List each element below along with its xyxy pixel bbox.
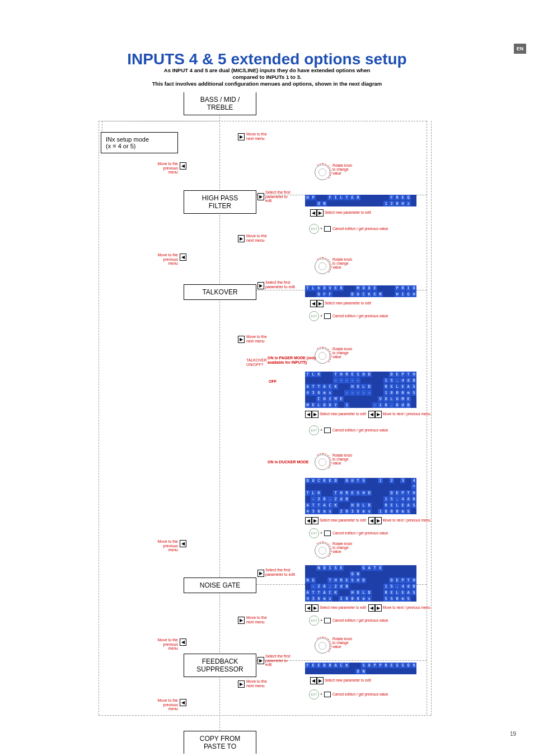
page-subtitle: As INPUT 4 and 5 are dual (MIC/LINE) inp… <box>90 67 444 87</box>
stop-icon <box>324 692 331 697</box>
lcd-pager: TLKTHRESHDDEPTH-----15.4dBATTACKHOLDRELE… <box>305 372 416 408</box>
label-move-next-4: Move to thenext menu <box>246 616 267 624</box>
cancel-ducker: EXIT + Cancel edition / get previous val… <box>309 528 388 538</box>
prev-icon: ◀ <box>180 699 186 706</box>
label-move-prev-4: Move to theprevious menu <box>157 638 178 651</box>
next-icon: ▶ <box>317 300 324 307</box>
stop-icon <box>324 530 331 536</box>
next-icon: ▶ <box>257 570 264 577</box>
node-feedback-suppressor: FEEDBACKSUPPRESSOR <box>184 654 256 677</box>
stop-icon <box>324 428 331 433</box>
next-icon: ▶ <box>312 604 318 612</box>
prev-icon: ◀ <box>305 517 312 524</box>
lcd-ducker: DUCKEDOUTS1234*TLKTHRESHDDEPTH-26.2dB15.… <box>305 478 416 514</box>
label-rotate-knob-hpf: Rotate knobto changevalue <box>332 163 352 175</box>
node-talkover: TALKOVER <box>184 284 256 300</box>
prev-icon: ◀ <box>310 677 317 684</box>
label-move-prev-3: Move to theprevious menu <box>157 539 178 552</box>
exit-icon: EXIT <box>309 528 319 538</box>
cancel-fbk: EXIT + Cancel edition / get previous val… <box>309 689 388 699</box>
label-talkover-onoff: TALKOVERON/OFF? <box>246 358 267 367</box>
exit-icon: EXIT <box>309 224 319 234</box>
label-select-first-tlk: Select the firstparameter to edit <box>265 280 295 289</box>
lcd-talkover: TLKOVERMODEPRIOOFFDUCKERHIGH <box>305 285 416 297</box>
label-move-next-1: Move to thenext menu <box>246 132 267 140</box>
stop-icon <box>324 313 331 319</box>
label-select-first-fbk: Select the firstparameter toedit <box>265 654 290 667</box>
label-rotate-knob-fbk: Rotate knobto changevalue <box>332 637 352 649</box>
label-rotate-knob-pager: Rotate knobto changevalue <box>332 347 352 359</box>
next-icon: ▶ <box>375 411 382 418</box>
label-move-prev-1: Move to theprevious menu <box>157 162 178 175</box>
node-high-pass-filter: HIGH PASSFILTER <box>184 190 256 214</box>
ng-nav: ◀▶ Select new parameter to edit ◀▶ Move … <box>305 604 430 612</box>
prev-icon: ◀ <box>180 162 186 170</box>
select-new-tlk: ◀▶ Select new parameter to edit <box>310 300 371 307</box>
node-bass-mid-treble: BASS / MID /TREBLE <box>184 92 256 115</box>
label-select-first-hpf: Select the firstparameter toedit <box>265 190 290 203</box>
stop-icon <box>324 226 331 232</box>
next-icon: ▶ <box>238 617 245 624</box>
next-icon: ▶ <box>257 657 264 664</box>
next-icon: ▶ <box>375 517 382 524</box>
next-icon: ▶ <box>317 677 324 684</box>
prev-icon: ◀ <box>305 604 312 612</box>
lcd-noise-gate: NOISEGATEONNGTHRESHDDEPTH-26.2dB15.4dBAT… <box>305 565 416 602</box>
label-rotate-knob-ducker: Rotate knobto changevalue <box>332 453 352 465</box>
pager-nav: ◀▶ Select new parameter to edit ◀▶ Move … <box>305 411 430 418</box>
ducker-nav: ◀▶ Select new parameter to edit ◀▶ Move … <box>305 517 430 524</box>
node-noise-gate: NOISE GATE <box>184 577 256 593</box>
label-move-next-2: Move to thenext menu <box>246 234 267 242</box>
label-on-ducker: ON in DUCKER MODE <box>268 460 309 464</box>
prev-icon: ◀ <box>310 300 317 307</box>
next-icon: ▶ <box>238 336 245 343</box>
label-select-first-ng: Select the firstparameter to edit <box>265 568 295 576</box>
cancel-ng: EXIT + Cancel edition / get previous val… <box>309 616 388 626</box>
lcd-feedback: FEEDBACKSUPPRESSORON <box>305 663 416 674</box>
label-move-prev-5: Move to theprevious menu <box>157 698 178 711</box>
cancel-pager: EXIT + Cancel edition / get previous val… <box>309 425 388 435</box>
cancel-tlk: EXIT + Cancel edition / get previous val… <box>309 311 388 321</box>
prev-icon: ◀ <box>310 209 317 217</box>
select-new-hpf: ◀▶ Select new parameter to edit <box>310 209 371 217</box>
page-title: INPUTS 4 & 5 extended options setup <box>0 50 534 68</box>
next-icon: ▶ <box>317 209 324 217</box>
next-icon: ▶ <box>375 604 382 612</box>
prev-icon: ◀ <box>180 253 186 261</box>
exit-icon: EXIT <box>309 689 319 699</box>
lcd-hpf: HPFILTERFREQON120Hz <box>305 195 416 206</box>
label-move-prev-2: Move to theprevious menu <box>157 253 178 266</box>
prev-icon: ◀ <box>368 517 375 524</box>
select-new-fbk: ◀▶ Select new parameter to edit <box>310 677 371 684</box>
label-rotate-knob-ng: Rotate knobto changevalue <box>332 542 352 553</box>
next-icon: ▶ <box>257 193 264 200</box>
label-move-next-5: Move to thenext menu <box>246 679 267 688</box>
prev-icon: ◀ <box>305 411 312 418</box>
prev-icon: ◀ <box>180 540 186 547</box>
next-icon: ▶ <box>312 517 318 524</box>
prev-icon: ◀ <box>368 411 375 418</box>
cancel-hpf: EXIT + Cancel edition / get previous val… <box>309 224 388 234</box>
exit-icon: EXIT <box>309 616 319 626</box>
node-inx-setup: INx setup mode(x = 4 or 5) <box>101 132 178 153</box>
prev-icon: ◀ <box>368 604 375 612</box>
label-off: OFF <box>269 379 277 384</box>
next-icon: ▶ <box>238 235 245 242</box>
stop-icon <box>324 618 331 623</box>
next-icon: ▶ <box>257 282 264 289</box>
label-move-next-3: Move to thenext menu <box>246 335 267 343</box>
prev-icon: ◀ <box>180 638 186 646</box>
label-rotate-knob-tlk: Rotate knobto changevalue <box>332 257 352 269</box>
next-icon: ▶ <box>312 411 318 418</box>
exit-icon: EXIT <box>309 425 319 435</box>
node-copy-paste: COPY FROMPASTE TO <box>184 731 256 754</box>
page-number: 19 <box>510 731 516 737</box>
exit-icon: EXIT <box>309 311 319 321</box>
next-icon: ▶ <box>238 680 245 688</box>
next-icon: ▶ <box>238 133 245 140</box>
